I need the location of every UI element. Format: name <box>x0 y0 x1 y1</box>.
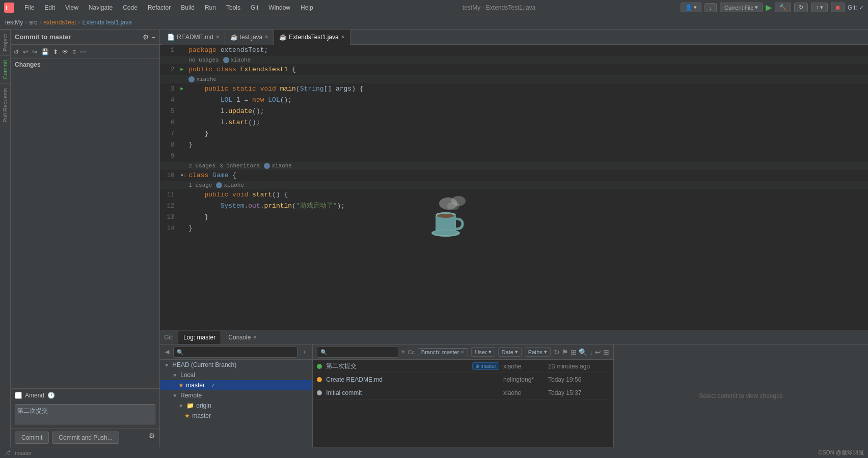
amend-checkbox[interactable] <box>15 392 22 399</box>
commit-msg-2: Create README.md <box>326 376 499 383</box>
sidebar-tab-project[interactable]: Project <box>0 30 10 55</box>
sidebar-tab-pullrequests[interactable]: Pull Requests <box>0 83 10 127</box>
code-editor[interactable]: 1 package extendsTest; no usages xiaohe … <box>160 45 868 330</box>
game-inheritors-label: 3 inheritors <box>220 163 260 169</box>
tab-extends-test[interactable]: ☕ ExtendsTest1.java ✕ <box>274 30 350 45</box>
minimize-icon[interactable]: − <box>151 33 155 41</box>
breadcrumb-project[interactable]: testMy <box>5 19 23 26</box>
branch-master-local[interactable]: ★ master ✓ <box>160 380 312 390</box>
user-name-2: xiaohe <box>196 76 216 82</box>
breadcrumb-package[interactable]: extendsTest <box>43 19 76 26</box>
graph-icon[interactable]: ⊞ <box>571 348 577 356</box>
branch-filter-tag[interactable]: Branch: master ✕ <box>418 348 469 356</box>
stop-btn[interactable]: ◼ <box>831 3 845 12</box>
menu-help[interactable]: Help <box>296 3 317 12</box>
commit-buttons-row: Commit Commit and Push... ⚙ <box>11 428 159 447</box>
pull-icon[interactable]: ↓ <box>589 348 593 356</box>
branch-remote[interactable]: ▼ Remote <box>160 390 312 400</box>
line-num-6: 6 <box>160 118 180 128</box>
branch-tag-close[interactable]: ✕ <box>460 350 465 355</box>
list-icon[interactable]: ≡ <box>71 47 77 56</box>
current-file-btn[interactable]: Current File ▾ <box>720 3 763 12</box>
expand-icon[interactable]: ⋯ <box>79 47 87 56</box>
menu-window[interactable]: Window <box>264 3 294 12</box>
git-log-search[interactable] <box>317 347 398 358</box>
menu-edit[interactable]: Edit <box>40 3 59 12</box>
breadcrumb: testMy › src › extendsTest › ExtendsTest… <box>0 15 868 30</box>
extends-tab-icon: ☕ <box>279 34 287 41</box>
line-run-2[interactable]: ▶ <box>180 65 188 75</box>
git-tab-console[interactable]: Console ✕ <box>223 331 262 344</box>
extends-tab-label: ExtendsTest1.java <box>289 34 338 41</box>
console-tab-close[interactable]: ✕ <box>253 334 257 340</box>
commit-time-3: Today 15:37 <box>548 389 609 396</box>
tree-add-btn[interactable]: ＋ <box>300 347 309 357</box>
tree-back-btn[interactable]: ◀ <box>163 348 171 356</box>
branch-filter-value: master <box>442 349 459 355</box>
vcs-btn[interactable]: ↓ <box>704 3 717 12</box>
changes-section-header: Changes <box>11 59 159 70</box>
settings-icon[interactable]: ⚙ <box>143 33 149 41</box>
remote-label: Remote <box>180 392 202 399</box>
cherry-pick-icon[interactable]: ⚑ <box>562 348 568 356</box>
settings-log-icon[interactable]: ⊞ <box>603 348 609 356</box>
branch-local[interactable]: ▼ Local <box>160 370 312 380</box>
menu-git[interactable]: Git <box>247 3 262 12</box>
menu-file[interactable]: File <box>20 3 38 12</box>
upload-icon[interactable]: ⬆ <box>52 47 59 56</box>
menu-code[interactable]: Code <box>119 3 142 12</box>
commit-row-2[interactable]: Create README.md helingtong* Today 19:56 <box>313 373 613 386</box>
menu-run[interactable]: Run <box>201 3 220 12</box>
push-btn[interactable]: ↑ ▾ <box>811 3 828 12</box>
commit-and-push-button[interactable]: Commit and Push... <box>52 432 119 444</box>
paths-filter-btn[interactable]: Paths ▾ <box>525 347 551 357</box>
commit-row-3[interactable]: Initial commit xiaohe Today 15:37 <box>313 386 613 399</box>
branch-origin-master[interactable]: ★ master <box>160 411 312 421</box>
test-java-tab-close[interactable]: ✕ <box>264 34 268 40</box>
readme-tab-close[interactable]: ✕ <box>215 34 220 40</box>
tab-test-java[interactable]: ☕ test.java ✕ <box>225 30 275 45</box>
undo-icon[interactable]: ↩ <box>22 47 29 56</box>
profile-btn[interactable]: 👤 ▾ <box>681 3 701 12</box>
line-run-3[interactable]: ▶ <box>180 84 188 94</box>
menu-refactor[interactable]: Refactor <box>144 3 175 12</box>
eye-icon[interactable]: 👁 <box>61 47 69 56</box>
save-icon[interactable]: 💾 <box>40 47 50 56</box>
breadcrumb-file[interactable]: ExtendsTest1.java <box>82 19 131 26</box>
date-filter-btn[interactable]: Date ▾ <box>498 347 522 357</box>
sidebar-tab-commit[interactable]: Commit <box>0 55 10 83</box>
filter-regex-btn[interactable]: # <box>401 349 404 355</box>
extends-tab-close[interactable]: ✕ <box>341 34 345 40</box>
editor-area: 📄 README.md ✕ ☕ test.java ✕ ☕ ExtendsTes… <box>160 30 868 447</box>
breadcrumb-src[interactable]: src <box>29 19 37 26</box>
menu-build[interactable]: Build <box>177 3 199 12</box>
app-logo: I <box>4 3 14 13</box>
refresh-log-icon[interactable]: ↻ <box>554 348 560 356</box>
refresh-icon[interactable]: ↺ <box>13 47 20 56</box>
redo-icon[interactable]: ↪ <box>31 47 38 56</box>
run-button[interactable]: ▶ <box>766 3 772 12</box>
user-filter-btn[interactable]: User ▾ <box>471 347 495 357</box>
build-btn[interactable]: 🔨 <box>775 3 791 12</box>
commit-button[interactable]: Commit <box>15 432 49 444</box>
branch-origin[interactable]: ▼ 📁 origin <box>160 400 312 411</box>
commit-msg-3: Initial commit <box>326 389 499 396</box>
update-btn[interactable]: ↻ <box>794 3 808 12</box>
git-tab-log[interactable]: Log: master <box>178 331 221 344</box>
commit-message-input[interactable]: 第二次提交 <box>15 404 155 424</box>
meta-line-usages-1: no usages xiaohe <box>160 56 868 64</box>
user-filter-chevron: ▾ <box>489 349 492 355</box>
amend-history-icon[interactable]: 🕐 <box>47 392 55 399</box>
commit-row-1[interactable]: 第二次提交 ⊕ master xiaohe 23 minutes ago <box>313 360 613 373</box>
filter-case-btn[interactable]: Cc <box>408 349 414 355</box>
commit-settings-icon[interactable]: ⚙ <box>149 432 155 444</box>
tab-readme[interactable]: 📄 README.md ✕ <box>162 30 225 45</box>
menu-tools[interactable]: Tools <box>222 3 245 12</box>
git-bottom-content: ◀ ＋ ▼ HEAD (Current Branch) ▼ Local <box>160 345 868 447</box>
undo-log-icon[interactable]: ↩ <box>595 348 601 356</box>
menu-navigate[interactable]: Navigate <box>85 3 117 12</box>
search-log-icon[interactable]: 🔍 <box>579 348 587 356</box>
git-tree-search[interactable] <box>173 347 297 358</box>
master-local-label: master <box>186 382 205 389</box>
menu-view[interactable]: View <box>61 3 83 12</box>
